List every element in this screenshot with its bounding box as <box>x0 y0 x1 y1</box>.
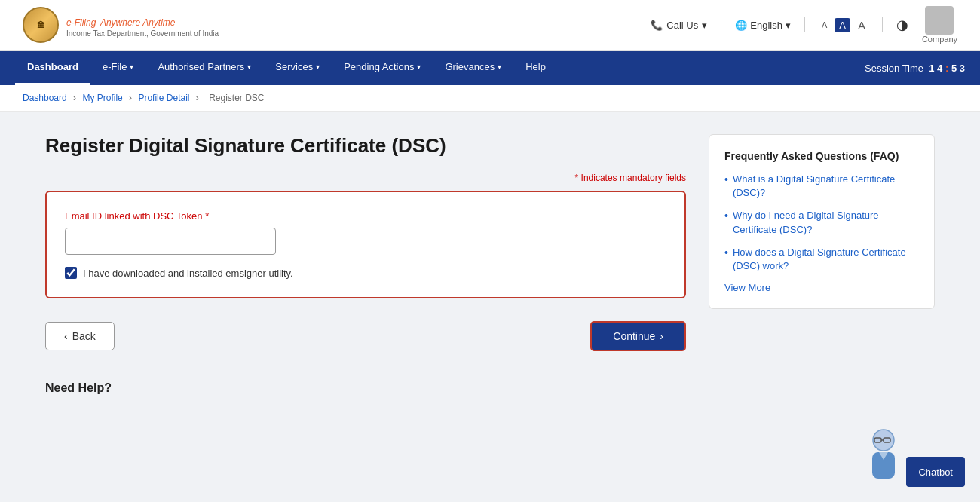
auth-arrow: ▾ <box>247 63 251 71</box>
back-arrow-icon: ‹ <box>64 330 68 342</box>
divider-1 <box>721 17 721 32</box>
view-more-link[interactable]: View More <box>724 282 919 293</box>
call-arrow: ▾ <box>702 20 707 31</box>
breadcrumb-sep-1: › <box>73 93 78 103</box>
faq-title: Frequently Asked Questions (FAQ) <box>724 150 919 162</box>
logo-efiling: e-Filing <box>66 17 96 28</box>
emsigner-checkbox[interactable] <box>65 267 77 279</box>
email-label: Email ID linked with DSC Token * <box>65 210 666 222</box>
breadcrumb-current: Register DSC <box>209 93 264 103</box>
faq-bullet-2: • <box>724 209 728 224</box>
checkbox-label: I have downloaded and installed emsigner… <box>83 268 293 279</box>
main-content: Register Digital Signature Certificate (… <box>15 112 965 418</box>
mandatory-text: Indicates mandatory fields <box>581 173 686 183</box>
lang-label: English <box>750 20 782 31</box>
email-label-text: Email ID linked with DSC Token <box>65 210 203 222</box>
breadcrumb-sep-3: › <box>196 93 201 103</box>
nav-item-grievances[interactable]: Grievances ▾ <box>433 51 513 85</box>
content-layout: Register Digital Signature Certificate (… <box>45 134 935 395</box>
logo-main: e-Filing Anywhere Anytime <box>66 12 219 29</box>
continue-button[interactable]: Continue › <box>590 321 686 351</box>
mandatory-star: * <box>575 173 581 183</box>
top-controls: 📞 Call Us ▾ 🌐 English ▾ A A A ◑ Company <box>651 6 957 44</box>
font-large-button[interactable]: A <box>855 17 868 33</box>
lang-arrow: ▾ <box>786 20 791 31</box>
efile-arrow: ▾ <box>130 63 133 71</box>
faq-link-2[interactable]: Why do I need a Digital Signature Certif… <box>733 209 919 236</box>
user-avatar <box>925 6 954 35</box>
nav-item-services[interactable]: Services ▾ <box>263 51 332 85</box>
phone-icon: 📞 <box>651 20 663 31</box>
pending-arrow: ▾ <box>417 63 421 71</box>
faq-link-3[interactable]: How does a Digital Signature Certificate… <box>733 246 919 273</box>
call-us-button[interactable]: 📞 Call Us ▾ <box>651 20 707 31</box>
continue-label: Continue <box>613 330 655 342</box>
logo-sub: Income Tax Department, Government of Ind… <box>66 29 219 38</box>
user-area[interactable]: Company <box>922 6 957 44</box>
language-selector[interactable]: 🌐 English ▾ <box>735 20 791 31</box>
breadcrumb-sep-2: › <box>129 93 134 103</box>
font-medium-button[interactable]: A <box>835 18 850 32</box>
top-header: 🏛 e-Filing Anywhere Anytime Income Tax D… <box>0 0 980 51</box>
session-time: Session Time 1 4 : 5 3 <box>865 63 965 74</box>
call-label: Call Us <box>666 20 698 31</box>
back-label: Back <box>72 330 96 342</box>
mandatory-star-email: * <box>205 210 209 222</box>
contrast-toggle-button[interactable]: ◑ <box>896 17 908 33</box>
page-title: Register Digital Signature Certificate (… <box>45 134 686 158</box>
faq-item-2: • Why do I need a Digital Signature Cert… <box>724 209 919 236</box>
buttons-row: ‹ Back Continue › <box>45 321 686 351</box>
checkbox-row: I have downloaded and installed emsigner… <box>65 267 666 279</box>
need-help: Need Help? <box>45 381 686 395</box>
left-panel: Register Digital Signature Certificate (… <box>45 134 686 395</box>
nav-item-pending[interactable]: Pending Actions ▾ <box>332 51 433 85</box>
faq-item-3: • How does a Digital Signature Certifica… <box>724 246 919 273</box>
back-button[interactable]: ‹ Back <box>45 322 115 350</box>
nav-bar: Dashboard e-File ▾ Authorised Partners ▾… <box>0 51 980 85</box>
faq-bullet-3: • <box>724 246 728 261</box>
font-controls: A A A <box>819 17 868 33</box>
continue-arrow-icon: › <box>660 330 663 342</box>
breadcrumb-profiledetail[interactable]: Profile Detail <box>138 93 189 103</box>
nav-item-efile[interactable]: e-File ▾ <box>90 51 146 85</box>
globe-icon: 🌐 <box>735 20 747 31</box>
faq-link-1[interactable]: What is a Digital Signature Certificate … <box>733 173 919 200</box>
breadcrumb-dashboard[interactable]: Dashboard <box>23 93 67 103</box>
user-label: Company <box>922 35 957 44</box>
faq-bullet-1: • <box>724 173 728 188</box>
divider-2 <box>804 17 805 32</box>
breadcrumb-myprofile[interactable]: My Profile <box>82 93 122 103</box>
mandatory-note: * Indicates mandatory fields <box>45 173 686 183</box>
font-small-button[interactable]: A <box>819 19 830 31</box>
emblem-logo: 🏛 <box>23 7 59 43</box>
breadcrumb: Dashboard › My Profile › Profile Detail … <box>0 85 980 112</box>
logo-text: e-Filing Anywhere Anytime Income Tax Dep… <box>66 12 219 38</box>
divider-3 <box>882 17 883 32</box>
nav-item-authorised[interactable]: Authorised Partners ▾ <box>145 51 263 85</box>
logo-tagline: Anywhere Anytime <box>100 17 176 28</box>
nav-item-help[interactable]: Help <box>513 51 558 85</box>
services-arrow: ▾ <box>316 63 320 71</box>
grievances-arrow: ▾ <box>498 63 501 71</box>
email-input[interactable] <box>65 228 276 255</box>
nav-item-dashboard[interactable]: Dashboard <box>15 51 90 85</box>
faq-card: Frequently Asked Questions (FAQ) • What … <box>709 134 935 309</box>
logo-area: 🏛 e-Filing Anywhere Anytime Income Tax D… <box>23 7 219 43</box>
form-card: Email ID linked with DSC Token * I have … <box>45 191 686 298</box>
faq-item-1: • What is a Digital Signature Certificat… <box>724 173 919 200</box>
